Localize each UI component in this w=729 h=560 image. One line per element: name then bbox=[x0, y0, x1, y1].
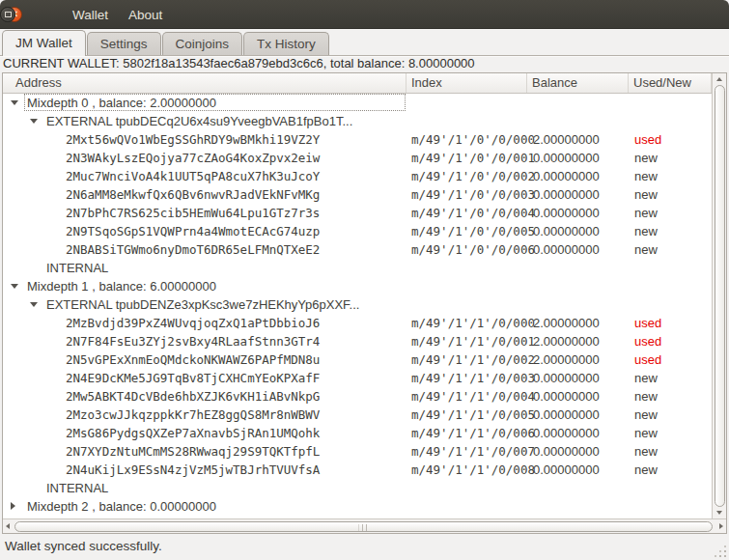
expand-triangle-icon[interactable] bbox=[11, 502, 15, 510]
balance-cell: 2.00000000 bbox=[527, 352, 629, 367]
index-cell: m/49'/1'/1'/0/005 bbox=[407, 407, 527, 422]
address-cell: 2N7F84FsEu3ZYj2svBxy4RLaafStnn3GTr4 bbox=[3, 332, 407, 350]
horizontal-scrollbar-thumb[interactable] bbox=[14, 521, 713, 532]
row-label: 2Mzo3cwJJkqzppkKr7hEZ8ggQS8Mr8nWBWV bbox=[66, 407, 320, 422]
table-row[interactable]: 2N7XYDzNtuMCmMS28RWwaqj29S9TQKTfpfL m/49… bbox=[3, 442, 712, 461]
tab-tx-history[interactable]: Tx History bbox=[243, 32, 329, 55]
menu-wallet[interactable]: Wallet bbox=[72, 8, 108, 22]
column-header-address[interactable]: Address bbox=[3, 73, 407, 93]
scroll-right-icon[interactable] bbox=[719, 523, 723, 529]
scrollbar-grip-icon bbox=[358, 524, 369, 531]
row-label: Mixdepth 0 , balance: 2.00000000 bbox=[27, 96, 216, 110]
scroll-up-icon[interactable] bbox=[716, 77, 722, 81]
status-cell: new bbox=[629, 444, 712, 459]
collapse-triangle-icon[interactable] bbox=[11, 100, 18, 105]
tree-header: Address Index Balance Used/New bbox=[3, 73, 712, 94]
row-label: Mixdepth 1 , balance: 6.00000000 bbox=[27, 279, 216, 294]
row-label: 2N4E9DcKMe5JG9TqBv8TjCXHCmYEoKPXafF bbox=[66, 371, 320, 385]
row-label: 2N7F84FsEu3ZYj2svBxy4RLaafStnn3GTr4 bbox=[66, 334, 320, 349]
table-row[interactable]: 2N7F84FsEu3ZYj2svBxy4RLaafStnn3GTr4 m/49… bbox=[3, 332, 712, 350]
index-cell: m/49'/1'/0'/0/003 bbox=[407, 187, 527, 202]
table-row[interactable]: Mixdepth 0 , balance: 2.00000000 bbox=[3, 94, 712, 112]
table-row[interactable]: EXTERNAL tpubDENZe3xpKsc3we7zHEKhyYp6pXX… bbox=[3, 295, 712, 314]
address-cell: 2N3WAkyLszEQojya77cZAoG4KoxZpvx2eiw bbox=[3, 149, 407, 167]
table-row[interactable]: 2NBABSiTGWmo6nyDmoT6DR65eLFMnQTXeE2 m/49… bbox=[3, 240, 712, 259]
row-label: 2N3WAkyLszEQojya77cZAoG4KoxZpvx2eiw bbox=[66, 151, 320, 165]
index-cell: m/49'/1'/1'/0/004 bbox=[407, 389, 527, 404]
address-cell: 2MsG86PydgsQXZeP7aXnavbSjRAn1UMQohk bbox=[3, 424, 407, 442]
address-cell: 2N7XYDzNtuMCmMS28RWwaqj29S9TQKTfpfL bbox=[3, 442, 407, 461]
table-row[interactable]: 2N4E9DcKMe5JG9TqBv8TjCXHCmYEoKPXafF m/49… bbox=[3, 369, 712, 387]
address-cell: 2Mxt56wQVo1WbEgSSGhRDY9wBMkhi19VZ2Y bbox=[3, 130, 407, 149]
row-label: INTERNAL bbox=[46, 481, 108, 495]
address-cell: Mixdepth 2 , balance: 0.00000000 bbox=[3, 497, 407, 516]
table-row[interactable]: 2MzBvdjd39PxZ4WUvqjoqZxQ1aPtDbbioJ6 m/49… bbox=[3, 314, 712, 332]
row-label: EXTERNAL tpubDENZe3xpKsc3we7zHEKhyYp6pXX… bbox=[46, 297, 359, 312]
vertical-scrollbar-thumb[interactable] bbox=[715, 85, 725, 507]
address-cell: INTERNAL bbox=[3, 479, 407, 497]
table-row[interactable]: INTERNAL bbox=[3, 479, 712, 497]
address-cell: Mixdepth 1 , balance: 6.00000000 bbox=[3, 277, 407, 295]
balance-cell: 0.00000000 bbox=[527, 389, 629, 404]
collapse-triangle-icon[interactable] bbox=[11, 284, 18, 289]
balance-cell: 0.00000000 bbox=[527, 187, 629, 202]
table-row[interactable]: 2N7bPhC7RS625cib5HEmWu64Lpu1GTz7r3s m/49… bbox=[3, 204, 712, 222]
menu-about[interactable]: About bbox=[128, 8, 162, 22]
menubar: Wallet About bbox=[72, 0, 162, 29]
tab-settings[interactable]: Settings bbox=[87, 32, 161, 55]
table-row[interactable]: 2N6aMM8eMkwfQx6QBv6nwvRJadVEkNFvMKg m/49… bbox=[3, 185, 712, 204]
balance-cell: 0.00000000 bbox=[527, 151, 629, 165]
collapse-triangle-icon[interactable] bbox=[30, 302, 38, 307]
address-cell: 2N5vGPExXnmEoQMdckoNKWAWZ6PAPfMDN8u bbox=[3, 350, 407, 369]
table-row[interactable]: 2Mxt56wQVo1WbEgSSGhRDY9wBMkhi19VZ2Y m/49… bbox=[3, 130, 712, 149]
row-label: 2N5vGPExXnmEoQMdckoNKWAWZ6PAPfMDN8u bbox=[66, 352, 320, 367]
table-row[interactable]: 2Muc7WnciVoA4k1UUT5qPA8cuX7hK3uJcoY m/49… bbox=[3, 167, 712, 185]
column-header-used-new[interactable]: Used/New bbox=[629, 73, 712, 93]
row-label: EXTERNAL tpubDECq2U6x4su9YveegbVAB1fpBo1… bbox=[46, 114, 352, 128]
tree-rows: Mixdepth 0 , balance: 2.00000000 EXTERNA… bbox=[3, 94, 712, 518]
address-cell: 2N9TSqoSGpS1VQWPrn4a4WmotECAcG74uzp bbox=[3, 222, 407, 240]
address-cell: 2N6aMM8eMkwfQx6QBv6nwvRJadVEkNFvMKg bbox=[3, 185, 407, 204]
table-row[interactable]: 2N3WAkyLszEQojya77cZAoG4KoxZpvx2eiw m/49… bbox=[3, 149, 712, 167]
horizontal-scrollbar[interactable] bbox=[3, 518, 726, 533]
table-row[interactable]: 2N9TSqoSGpS1VQWPrn4a4WmotECAcG74uzp m/49… bbox=[3, 222, 712, 240]
resize-grip-icon[interactable] bbox=[714, 545, 727, 558]
table-row[interactable]: 2N4uKijLx9ESsN4zjVzM5jwTBJrhTVUVfsA m/49… bbox=[3, 461, 712, 479]
table-row[interactable]: EXTERNAL tpubDECq2U6x4su9YveegbVAB1fpBo1… bbox=[3, 112, 712, 130]
tab-jm-wallet[interactable]: JM Wallet bbox=[2, 30, 86, 56]
status-cell: new bbox=[629, 426, 712, 440]
column-header-balance[interactable]: Balance bbox=[527, 73, 629, 93]
address-cell: INTERNAL bbox=[3, 259, 407, 277]
app-window: ✕ Wallet About JM Wallet Settings Coinjo… bbox=[0, 0, 729, 560]
balance-cell: 0.00000000 bbox=[527, 444, 629, 459]
table-row[interactable]: Mixdepth 1 , balance: 6.00000000 bbox=[3, 277, 712, 295]
balance-cell: 2.00000000 bbox=[527, 132, 629, 147]
table-row[interactable]: 2Mzo3cwJJkqzppkKr7hEZ8ggQS8Mr8nWBWV m/49… bbox=[3, 406, 712, 424]
balance-cell: 0.00000000 bbox=[527, 426, 629, 440]
scroll-down-icon[interactable] bbox=[716, 511, 722, 515]
table-row[interactable]: Mixdepth 2 , balance: 0.00000000 bbox=[3, 497, 712, 516]
row-label: 2MsG86PydgsQXZeP7aXnavbSjRAn1UMQohk bbox=[66, 426, 320, 440]
tab-coinjoins[interactable]: Coinjoins bbox=[162, 32, 243, 55]
column-header-index[interactable]: Index bbox=[407, 73, 527, 93]
vertical-scrollbar[interactable] bbox=[712, 73, 726, 518]
status-cell: new bbox=[629, 407, 712, 422]
scroll-left-icon[interactable] bbox=[6, 523, 10, 529]
index-cell: m/49'/1'/0'/0/002 bbox=[407, 169, 527, 183]
row-label: 2MzBvdjd39PxZ4WUvqjoqZxQ1aPtDbbioJ6 bbox=[66, 316, 320, 330]
table-row[interactable]: INTERNAL bbox=[3, 259, 712, 277]
table-row[interactable]: 2MsG86PydgsQXZeP7aXnavbSjRAn1UMQohk m/49… bbox=[3, 424, 712, 442]
row-label: 2Mxt56wQVo1WbEgSSGhRDY9wBMkhi19VZ2Y bbox=[66, 132, 320, 147]
index-cell: m/49'/1'/1'/0/003 bbox=[407, 371, 527, 385]
row-label: 2N7XYDzNtuMCmMS28RWwaqj29S9TQKTfpfL bbox=[66, 444, 320, 459]
address-cell: EXTERNAL tpubDECq2U6x4su9YveegbVAB1fpBo1… bbox=[3, 112, 407, 130]
status-cell: new bbox=[629, 206, 712, 220]
status-cell: used bbox=[629, 352, 712, 367]
maximize-button[interactable] bbox=[0, 7, 15, 22]
index-cell: m/49'/1'/0'/0/001 bbox=[407, 151, 527, 165]
table-row[interactable]: 2Mw5ABKT4DcVBde6hbXZJK6vKH1iABvNkpG m/49… bbox=[3, 387, 712, 406]
table-row[interactable]: 2N5vGPExXnmEoQMdckoNKWAWZ6PAPfMDN8u m/49… bbox=[3, 350, 712, 369]
index-cell: m/49'/1'/0'/0/000 bbox=[407, 132, 527, 147]
collapse-triangle-icon[interactable] bbox=[30, 119, 38, 124]
row-label: 2N4uKijLx9ESsN4zjVzM5jwTBJrhTVUVfsA bbox=[66, 462, 320, 477]
